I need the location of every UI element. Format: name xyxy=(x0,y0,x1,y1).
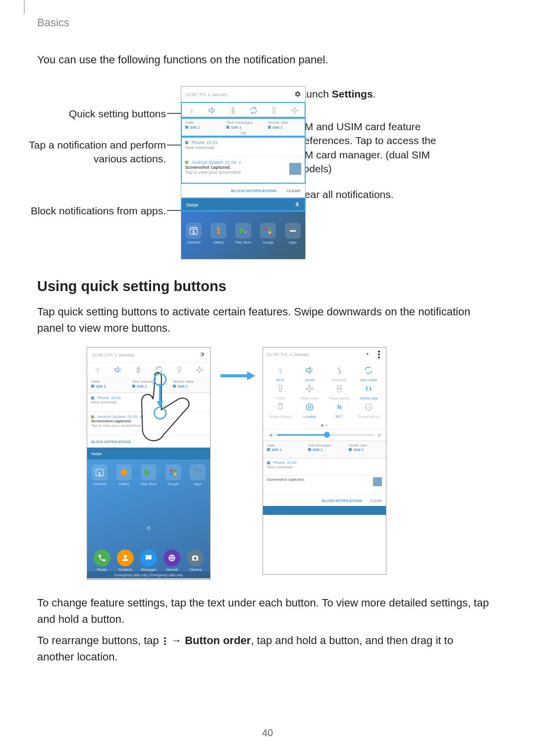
sound-icon[interactable] xyxy=(205,105,219,116)
notification-item[interactable]: Phone 21:01 New voicemail xyxy=(263,458,386,475)
tile-auto-rotate[interactable]: Auto rotate xyxy=(355,364,383,382)
more-icon xyxy=(164,636,166,646)
dock-phone[interactable]: Phone xyxy=(93,550,111,574)
gear-icon[interactable] xyxy=(198,351,205,359)
notif-title: Screenshot captured. xyxy=(267,477,382,482)
svg-point-24 xyxy=(367,353,369,355)
tile-torch[interactable]: Torch xyxy=(266,383,295,400)
page-number: 40 xyxy=(0,727,535,739)
label: Calls xyxy=(185,120,218,125)
block-button[interactable]: BLOCK NOTIFICATIONS xyxy=(231,189,276,193)
callout-line xyxy=(167,210,181,211)
bluetooth-icon[interactable] xyxy=(131,364,145,375)
app-label: Apps xyxy=(289,241,297,244)
search-bar[interactable]: Swipe xyxy=(87,448,210,459)
arrow-text: → xyxy=(168,634,185,647)
flight-icon[interactable] xyxy=(193,364,207,375)
tile-location[interactable]: Location xyxy=(296,401,324,418)
clear-button[interactable]: CLEAR xyxy=(286,189,300,193)
sound-icon[interactable] xyxy=(111,364,125,375)
app-calendar[interactable]: 1Calendar xyxy=(91,464,108,494)
status-bar: 21:09 | Fri, 1 January xyxy=(181,87,305,102)
tile-power-saving[interactable]: Power saving xyxy=(325,383,354,400)
auto-rotate-icon[interactable] xyxy=(247,105,261,116)
tile-label: Torch xyxy=(276,397,284,400)
tile-label: Power saving xyxy=(329,397,350,400)
app-play-store[interactable]: Play Store xyxy=(234,223,252,252)
label: Mobile data xyxy=(268,120,301,125)
app-apps[interactable]: Apps xyxy=(189,464,207,494)
chevron-down-icon[interactable]: ∨ xyxy=(377,432,381,438)
app-label: Gallery xyxy=(213,241,224,244)
torch-icon[interactable] xyxy=(267,105,281,116)
thumbnail-icon xyxy=(373,477,382,486)
svg-point-8 xyxy=(294,227,296,229)
flight-icon[interactable] xyxy=(288,105,302,116)
app-label: Gallery xyxy=(118,482,129,486)
app-row: 1Calendar Gallery Play Store Google Apps xyxy=(181,212,305,259)
app-gallery[interactable]: Gallery xyxy=(210,223,227,252)
app-google[interactable]: Google xyxy=(164,464,182,494)
notification-item[interactable]: Phone 21:01 New voicemail xyxy=(87,393,210,412)
dock-internet[interactable]: Internet xyxy=(163,550,181,574)
tile-hotspot[interactable]: Mobile hotspot xyxy=(266,401,295,418)
app-play-store[interactable]: Play Store xyxy=(140,464,158,494)
clear-button[interactable]: CLEAR xyxy=(370,499,382,503)
dock-messages[interactable]: Messages xyxy=(140,550,158,574)
app-google[interactable]: Google xyxy=(259,223,277,252)
sim-data: Mobile data SIM 1 xyxy=(264,118,305,137)
notif-title: Screenshot captured. xyxy=(185,165,301,170)
tile-nfc[interactable]: NNFC xyxy=(325,401,354,418)
tile-sound[interactable]: Sound xyxy=(296,364,324,382)
tile-label: Do not disturb xyxy=(358,415,379,418)
brightness-slider[interactable]: ∨ xyxy=(263,429,386,441)
notification-item[interactable]: Phone 21:01 New voicemail xyxy=(181,137,305,157)
bluetooth-icon[interactable] xyxy=(226,105,240,116)
dock-contacts[interactable]: Contacts xyxy=(116,550,134,574)
wifi-icon[interactable] xyxy=(185,105,199,116)
gear-icon[interactable] xyxy=(364,351,371,358)
quick-settings-grid: Wi-Fi Sound Bluetooth Auto rotate Torch … xyxy=(263,361,386,421)
torch-icon[interactable] xyxy=(172,364,186,375)
label: Text messages xyxy=(226,120,260,125)
block-button[interactable]: BLOCK NOTIFICATIONS xyxy=(91,440,131,444)
gear-icon[interactable] xyxy=(294,91,301,99)
notif-app: Phone xyxy=(192,140,205,145)
tile-bluetooth[interactable]: Bluetooth xyxy=(325,364,354,382)
label: Mobile data xyxy=(349,443,382,448)
tile-dnd[interactable]: Do not disturb xyxy=(355,401,383,418)
dock-camera[interactable]: Camera xyxy=(186,550,204,574)
more-icon[interactable] xyxy=(378,350,380,359)
clear-row: BLOCK NOTIFICATIONS xyxy=(87,436,210,448)
tile-wifi[interactable]: Wi-Fi xyxy=(266,364,295,382)
search-bar[interactable] xyxy=(263,506,386,515)
sim-row[interactable]: CallsSIM 1 Text messagesSIM 1— Mobile da… xyxy=(263,441,386,458)
notif-time: 21:01 xyxy=(287,460,297,465)
block-button[interactable]: BLOCK NOTIFICATIONS xyxy=(322,499,362,503)
tile-mobile-data[interactable]: Mobile data xyxy=(355,383,383,400)
notification-item[interactable]: Android System 21:02 ∨ Screenshot captur… xyxy=(181,157,305,184)
svg-point-13 xyxy=(170,469,173,472)
notif-app: Android System xyxy=(192,160,223,165)
notification-item[interactable]: Screenshot captured. xyxy=(263,475,386,495)
sim-row[interactable]: CallsSIM 1 Text messagesSIM 1 Mobile dat… xyxy=(87,377,210,393)
app-label: Apps xyxy=(194,482,202,486)
notification-item[interactable]: Android System 21:02 ∨ Screenshot captur… xyxy=(87,412,210,436)
tile-label: Bluetooth xyxy=(332,378,347,382)
app-gallery[interactable]: Gallery xyxy=(115,464,133,494)
app-label: Calendar xyxy=(93,482,107,486)
app-label: Calendar xyxy=(187,241,201,244)
mic-icon[interactable] xyxy=(294,202,300,208)
svg-point-17 xyxy=(195,469,197,471)
sim-row[interactable]: Calls SIM 1 Text messages SIM 1 Sgt Mobi… xyxy=(181,118,305,137)
label: Calls xyxy=(91,379,124,384)
tile-label: Mobile hotspot xyxy=(269,415,292,418)
search-bar[interactable]: Swipe xyxy=(181,198,305,212)
app-calendar[interactable]: 1Calendar xyxy=(185,223,203,252)
auto-rotate-icon[interactable] xyxy=(152,364,166,375)
callout-line xyxy=(167,145,181,146)
wifi-icon[interactable] xyxy=(91,364,105,375)
app-apps[interactable]: Apps xyxy=(284,223,302,252)
label: Mobile data xyxy=(173,379,206,384)
tile-flight[interactable]: Flight mode xyxy=(296,383,324,400)
